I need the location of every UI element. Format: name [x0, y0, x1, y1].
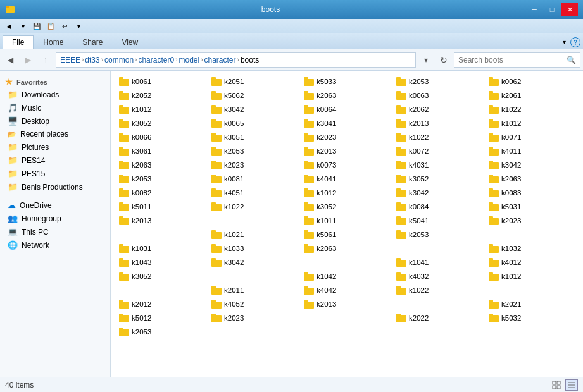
back-button[interactable]: ◀ [3, 52, 18, 68]
large-icons-view-button[interactable] [550, 379, 563, 391]
folder-item[interactable]: k0066 [116, 130, 208, 144]
breadcrumb[interactable]: EEEE › dt33 › common › character0 › mode… [56, 52, 416, 68]
close-button[interactable]: ✕ [561, 3, 578, 16]
folder-item[interactable]: k2012 [116, 297, 208, 311]
tab-share[interactable]: Share [73, 35, 112, 49]
sidebar-item-benis-productions[interactable]: 📁 Benis Productions [0, 180, 110, 193]
folder-item[interactable]: k0063 [393, 89, 486, 102]
folder-item[interactable]: k3042 [208, 255, 301, 269]
folder-item[interactable]: k5011 [116, 200, 208, 214]
sidebar-item-network[interactable]: 🌐 Network [0, 238, 110, 252]
folder-item[interactable]: k5062 [208, 89, 301, 102]
folder-item[interactable]: k3042 [486, 158, 578, 172]
folder-item[interactable]: k2063 [116, 158, 208, 172]
folder-item[interactable]: k2053 [116, 172, 208, 186]
folder-item[interactable]: k3042 [393, 186, 486, 200]
forward-button[interactable]: ▶ [20, 52, 35, 68]
folder-item[interactable]: k5033 [301, 75, 393, 89]
folder-item[interactable]: k3061 [116, 144, 208, 158]
folder-item[interactable]: k0082 [116, 186, 208, 200]
folder-item[interactable]: k2053 [393, 75, 486, 89]
folder-item[interactable]: k2013 [301, 144, 393, 158]
folder-item[interactable]: k1041 [393, 255, 486, 269]
folder-item[interactable]: k3052 [301, 200, 393, 214]
folder-item[interactable]: k1042 [301, 269, 393, 283]
breadcrumb-item-boots[interactable]: boots [241, 56, 259, 64]
qa-dropdown-button[interactable]: ▾ [16, 20, 29, 32]
folder-item[interactable]: k4042 [301, 283, 393, 297]
folder-item[interactable]: k1022 [486, 102, 578, 116]
breadcrumb-item-character0[interactable]: character0 [138, 56, 174, 64]
folder-item[interactable]: k5012 [116, 311, 208, 325]
folder-item[interactable] [393, 242, 486, 255]
folder-item[interactable] [486, 283, 578, 297]
sidebar-item-this-pc[interactable]: 💻 This PC [0, 225, 110, 238]
folder-item[interactable]: k0083 [486, 186, 578, 200]
sidebar-item-pictures[interactable]: 📁 Pictures [0, 140, 110, 154]
folder-item[interactable]: k3041 [301, 116, 393, 130]
folder-item[interactable]: k4041 [301, 172, 393, 186]
folder-item[interactable]: k5041 [393, 214, 486, 228]
sidebar-item-downloads[interactable]: 📁 Downloads [0, 88, 110, 101]
details-view-button[interactable] [565, 379, 578, 391]
folder-item[interactable] [393, 297, 486, 311]
sidebar-item-pes15[interactable]: 📁 PES15 [0, 167, 110, 180]
folder-item[interactable]: k4011 [486, 144, 578, 158]
folder-item[interactable]: k4031 [393, 158, 486, 172]
sidebar-item-onedrive[interactable]: ☁ OneDrive [0, 199, 110, 212]
folder-item[interactable]: k2062 [393, 102, 486, 116]
tab-file[interactable]: File [3, 35, 34, 49]
folder-item[interactable]: k2063 [301, 89, 393, 102]
folder-item[interactable]: k2053 [393, 228, 486, 242]
folder-item[interactable]: k1031 [116, 242, 208, 255]
ribbon-collapse-button[interactable]: ▾ [558, 36, 570, 47]
folder-item[interactable] [208, 269, 301, 283]
folder-item[interactable]: k1012 [301, 186, 393, 200]
folder-item[interactable]: k3052 [116, 269, 208, 283]
folder-item[interactable]: k5032 [486, 311, 578, 325]
tab-view[interactable]: View [112, 35, 147, 49]
folder-item[interactable]: k2023 [301, 130, 393, 144]
minimize-button[interactable]: ─ [526, 3, 542, 16]
folder-item[interactable]: k4051 [208, 186, 301, 200]
breadcrumb-item-common[interactable]: common [104, 56, 134, 64]
folder-item[interactable]: k2013 [116, 214, 208, 228]
folder-item[interactable]: k2013 [301, 297, 393, 311]
folder-item[interactable]: k2022 [393, 311, 486, 325]
folder-item[interactable]: k5031 [486, 200, 578, 214]
breadcrumb-item-character[interactable]: character [204, 56, 236, 64]
folder-item[interactable] [486, 228, 578, 242]
folder-item[interactable]: k2063 [486, 172, 578, 186]
folder-item[interactable]: k1012 [486, 269, 578, 283]
folder-item[interactable] [301, 311, 393, 325]
folder-item[interactable] [301, 255, 393, 269]
folder-item[interactable]: k1012 [486, 116, 578, 130]
breadcrumb-item-model[interactable]: model [179, 56, 199, 64]
sidebar-item-pes14[interactable]: 📁 PES14 [0, 154, 110, 167]
folder-item[interactable] [208, 325, 301, 339]
qa-back-button[interactable]: ◀ [3, 20, 15, 32]
folder-item[interactable]: k1043 [116, 255, 208, 269]
qa-undo-button[interactable]: ↩ [58, 20, 71, 32]
folder-item[interactable]: k0072 [393, 144, 486, 158]
qa-save-button[interactable]: 💾 [30, 20, 43, 32]
folder-item[interactable]: k4032 [393, 269, 486, 283]
folder-item[interactable]: k2052 [116, 89, 208, 102]
folder-item[interactable]: k1022 [208, 200, 301, 214]
folder-item[interactable]: k1021 [208, 228, 301, 242]
folder-item[interactable]: k2011 [208, 283, 301, 297]
folder-item[interactable]: k0061 [116, 75, 208, 89]
folder-item[interactable]: k0073 [301, 158, 393, 172]
folder-item[interactable]: k3052 [116, 116, 208, 130]
folder-item[interactable]: k4012 [486, 255, 578, 269]
folder-item[interactable]: k2023 [486, 214, 578, 228]
sidebar-item-desktop[interactable]: 🖥️ Desktop [0, 114, 110, 128]
search-input[interactable] [458, 56, 567, 64]
folder-item[interactable]: k1032 [486, 242, 578, 255]
folder-item[interactable]: k3051 [208, 130, 301, 144]
folder-item[interactable]: k2023 [208, 311, 301, 325]
folder-item[interactable] [116, 228, 208, 242]
tab-home[interactable]: Home [34, 35, 73, 49]
folder-item[interactable]: k0084 [393, 200, 486, 214]
folder-item[interactable]: k0071 [486, 130, 578, 144]
